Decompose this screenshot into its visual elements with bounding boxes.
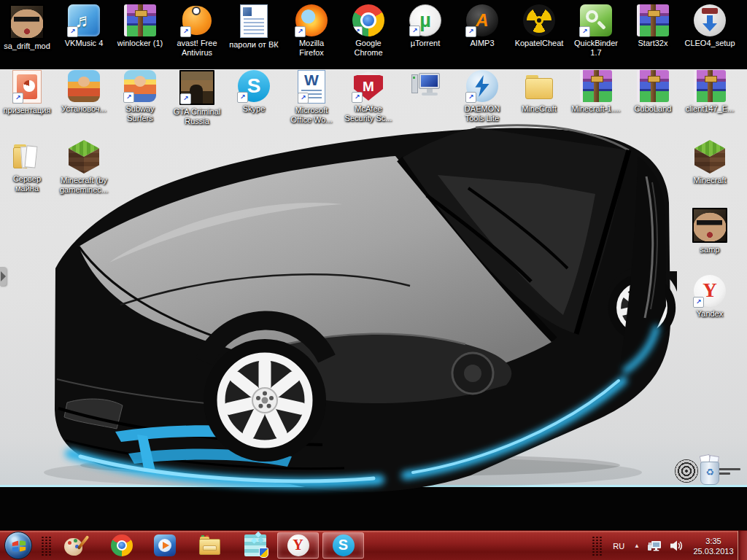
- vkmusic-icon: ♬↗: [68, 4, 100, 36]
- taskbar-pinned-paint[interactable]: [64, 534, 86, 556]
- yandex-icon: Y↗: [694, 275, 726, 307]
- desktop-icon-aimp3[interactable]: A↗AIMP3: [454, 4, 511, 48]
- computer-icon: [409, 70, 441, 102]
- icon-label: Сервер майна: [0, 174, 55, 193]
- desktop-icon-samp[interactable]: samp: [681, 208, 738, 254]
- powerpoint-icon: ↗: [12, 70, 42, 104]
- shortcut-arrow-icon: ↗: [123, 92, 134, 103]
- desktop-icon-mcafee[interactable]: M↗McAfee Security Sc...: [340, 70, 397, 123]
- desktop-icon-daemon[interactable]: ↗DAEMON Tools Lite: [454, 70, 511, 123]
- desktop-icon-gta-criminal[interactable]: ↗GTA Criminal Russia: [169, 70, 225, 126]
- desktop-icon-minecraft-by[interactable]: Minecraft (by gameminec...: [55, 140, 112, 195]
- taskbar-pinned-mc[interactable]: [244, 534, 266, 556]
- ybrowser-icon: Y: [287, 534, 309, 556]
- taskbar-pinned-chrome[interactable]: [111, 534, 133, 556]
- desktop-icon-сервер[interactable]: Сервер майна: [0, 140, 55, 193]
- grass-block-icon: [694, 140, 725, 174]
- desktop-icon-пароли-от-вк[interactable]: пароли от ВК: [225, 4, 282, 50]
- desktop-icon-sa-drift-mod[interactable]: sa_drift_mod: [0, 4, 55, 51]
- windows-logo-icon: [11, 538, 27, 554]
- windows-desktop: ♻ sa_drift_mod♬↗VKMusic 4winlocker (1)↗a…: [0, 0, 747, 560]
- icon-label: Google Chrome: [340, 39, 397, 58]
- icon-label: CuboLand: [624, 104, 681, 114]
- show-hidden-icons-button[interactable]: ▲: [634, 542, 640, 549]
- taskbar-pinned-explorer[interactable]: [199, 534, 221, 556]
- radiation-icon: [523, 4, 555, 36]
- taskbar-pinned-wmp[interactable]: [154, 534, 176, 556]
- desktop-icon-призентация[interactable]: ↗призентация: [0, 70, 55, 115]
- desktop-icon-start32x[interactable]: Start32x: [624, 4, 681, 48]
- network-icon[interactable]: [646, 539, 662, 553]
- icon-label: Yandex: [681, 309, 738, 319]
- taskbar-button-skype[interactable]: S: [322, 532, 364, 559]
- desktop-icon-vkmusic-4[interactable]: ♬↗VKMusic 4: [55, 4, 112, 48]
- icon-label: Skype: [225, 104, 282, 114]
- desktop-icon-minecraft[interactable]: Minecraft: [681, 140, 738, 185]
- mc-icon: [244, 534, 266, 556]
- desktop-icon-cleo4-setup[interactable]: CLEO4_setup: [681, 4, 738, 48]
- volume-icon[interactable]: [669, 540, 684, 552]
- desktop-icon-subway[interactable]: ↗Subway Surfers: [112, 70, 169, 123]
- chrome-icon: ↗: [352, 4, 384, 36]
- shortcut-arrow-icon: ↗: [409, 26, 420, 36]
- word-doc-icon: [240, 4, 268, 38]
- shortcut-arrow-icon: ↗: [352, 26, 363, 36]
- icon-label: samp: [681, 245, 738, 254]
- desktop-icon-minecraft-1[interactable]: Minecraft-1....: [568, 70, 624, 114]
- icon-label: QuickBinder 1.7: [568, 39, 624, 58]
- avast-icon: ↗: [181, 4, 213, 36]
- desktop-icon-mozilla[interactable]: ↗Mozilla Firefox: [283, 4, 340, 58]
- winrar-icon: [637, 70, 669, 102]
- shortcut-arrow-icon: ↗: [579, 26, 590, 37]
- tray-clock[interactable]: 3:35 25.03.2013: [690, 532, 737, 560]
- wallpaper-background: [0, 69, 747, 486]
- icon-label: µTorrent: [397, 39, 454, 48]
- icon-label: McAfee Security Sc...: [340, 104, 397, 123]
- explorer-icon: [199, 534, 221, 556]
- shortcut-arrow-icon: ↗: [465, 92, 476, 103]
- chrome-icon: [111, 534, 133, 556]
- desktop-icon-skype[interactable]: S↗Skype: [225, 70, 282, 114]
- show-desktop-button[interactable]: [738, 531, 747, 560]
- recycle-bin-icon[interactable]: ♻: [697, 455, 723, 486]
- desktop-icon-minecraft[interactable]: MineCraft: [511, 70, 568, 114]
- desktop-icon-cuboland[interactable]: CuboLand: [624, 70, 681, 114]
- system-tray: RU ▲ 3:35 25.03.201: [610, 531, 737, 560]
- subway-icon: ↗: [124, 70, 156, 102]
- word-icon: W↗: [298, 70, 325, 104]
- winrar-icon: [124, 4, 156, 36]
- language-indicator[interactable]: RU: [610, 540, 627, 552]
- wallpaper-bottom-band: [0, 487, 747, 531]
- skype-icon: S: [333, 534, 355, 556]
- shortcut-arrow-icon: ↗: [693, 297, 704, 308]
- tray-grip: [592, 536, 603, 556]
- icon-label: MineCraft: [511, 104, 568, 114]
- desktop-icon-yandex[interactable]: Y↗Yandex: [681, 275, 738, 319]
- folder-icon: [523, 70, 555, 102]
- nsis-icon: [694, 4, 726, 36]
- desktop-icon-google[interactable]: ↗Google Chrome: [340, 4, 397, 58]
- desktop-icon-computer[interactable]: [397, 70, 454, 102]
- shortcut-arrow-icon: ↗: [67, 26, 78, 37]
- daemon-icon: ↗: [466, 70, 498, 102]
- desktop-icon-microsoft[interactable]: W↗Microsoft Office Wo...: [283, 70, 340, 125]
- clock-time: 3:35: [690, 536, 737, 546]
- desktop-icon-kopatelcheat[interactable]: KopatelCheat: [511, 4, 568, 48]
- clock-date: 25.03.2013: [690, 546, 737, 556]
- icon-label: winlocker (1): [112, 39, 169, 48]
- desktop-icon-winlocker-1[interactable]: winlocker (1): [112, 4, 169, 48]
- shortcut-arrow-icon: ↗: [180, 93, 191, 104]
- desktop-icon-avast-free[interactable]: ↗avast! Free Antivirus: [169, 4, 225, 58]
- desktop-icon-установоч[interactable]: Установоч...: [55, 70, 112, 114]
- icon-label: Minecraft: [681, 176, 738, 185]
- start-button[interactable]: [4, 532, 32, 559]
- icon-label: Microsoft Office Wo...: [283, 106, 340, 125]
- desktop-icon-µtorrent[interactable]: µ↗µTorrent: [397, 4, 454, 48]
- icon-label: Start32x: [624, 39, 681, 48]
- taskbar-button-ybrowser[interactable]: Y: [277, 532, 319, 559]
- desktop-icon-quickbinder[interactable]: ↗QuickBinder 1.7: [568, 4, 624, 58]
- edge-panel-handle[interactable]: [0, 267, 7, 286]
- desktop-icon-client147-e[interactable]: client147_E...: [681, 70, 738, 114]
- icon-label: Mozilla Firefox: [283, 39, 340, 58]
- photo-woman-icon: [9, 4, 44, 39]
